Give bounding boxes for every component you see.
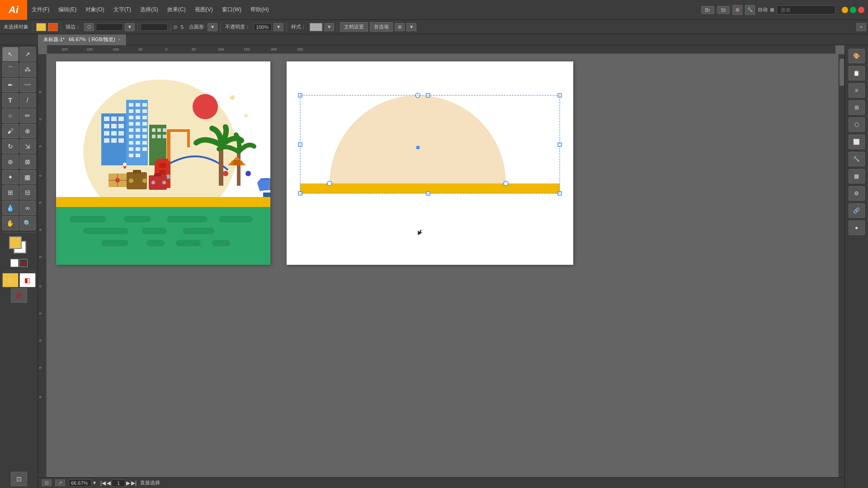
zoom-tool[interactable]: 🔍 xyxy=(19,216,36,230)
properties-panel-icon[interactable]: ⚙ xyxy=(849,186,865,201)
share-btn[interactable]: ↗ xyxy=(55,479,65,486)
scale-tool[interactable]: ⇲ xyxy=(19,139,36,154)
doc-setup-button[interactable]: 文档设置 xyxy=(340,22,368,32)
gradient-btn[interactable]: ◧ xyxy=(19,273,36,287)
menu-select[interactable]: 选择(S) xyxy=(136,0,163,20)
column-graph-tool[interactable]: ▦ xyxy=(19,170,36,184)
brush-tool[interactable]: 🖌 xyxy=(2,124,19,138)
shape-dropdown-icon[interactable]: ▼ xyxy=(208,23,217,31)
artboard-tool[interactable]: ⊞ xyxy=(2,185,19,200)
next-last-btn[interactable]: ▶| xyxy=(131,480,137,486)
selection-tool[interactable]: ↖ xyxy=(2,47,19,61)
vertical-scrollbar[interactable] xyxy=(838,54,844,482)
pencil-tool[interactable]: ✏ xyxy=(19,108,36,123)
artboards-container xyxy=(47,54,838,482)
blend-tool[interactable]: ∞ xyxy=(19,201,36,215)
menu-view[interactable]: 视图(V) xyxy=(190,0,217,20)
free-transform-tool[interactable]: ⊠ xyxy=(19,155,36,169)
warp-tool[interactable]: ⊛ xyxy=(2,155,19,169)
pen-tool[interactable]: ✒ xyxy=(2,78,19,92)
align-panel-icon[interactable]: ≡ xyxy=(849,83,865,98)
ellipse-tool[interactable]: ○ xyxy=(2,108,19,123)
color-fill-btn[interactable]: □ xyxy=(2,273,19,287)
menu-effect[interactable]: 效果(C) xyxy=(163,0,190,20)
page-number-input[interactable] xyxy=(112,479,125,487)
direct-selection-tool[interactable]: ↗ xyxy=(19,47,36,61)
stroke-weight-icon[interactable]: ⬡ xyxy=(84,23,94,31)
links-panel-icon[interactable]: 🔗 xyxy=(849,203,865,218)
maximize-button[interactable] xyxy=(850,7,856,13)
zoom-input[interactable] xyxy=(69,479,91,487)
blob-brush-tool[interactable]: ⊕ xyxy=(19,124,36,138)
pathfinder-panel-icon[interactable]: ⬡ xyxy=(849,117,865,132)
panel-collapse-icon[interactable]: » xyxy=(856,23,866,31)
toolbar-sep6 xyxy=(286,22,287,32)
minimize-button[interactable] xyxy=(842,7,848,13)
none-btn[interactable]: ⊘ xyxy=(11,288,27,303)
curvature-tool[interactable]: 〰 xyxy=(19,78,36,92)
color-panel-icon[interactable]: 🎨 xyxy=(849,49,865,63)
stroke-dropdown-icon[interactable]: ▼ xyxy=(125,23,135,31)
stroke-color-swatch[interactable] xyxy=(48,23,58,31)
swap-colors-icon[interactable]: ⇄ xyxy=(19,259,28,267)
page-navigation: |◀ ◀ ▶ ▶| xyxy=(100,479,137,487)
prev-btn[interactable]: ◀ xyxy=(107,480,111,486)
appearance-panel-icon[interactable]: ⬜ xyxy=(849,135,865,149)
opacity-input[interactable] xyxy=(254,23,272,31)
rotate-tool[interactable]: ↻ xyxy=(2,139,19,154)
stroke-value-input[interactable] xyxy=(141,23,168,31)
type-tool[interactable]: T xyxy=(2,93,19,108)
fill-color-big[interactable] xyxy=(9,236,22,249)
slice-tool[interactable]: ⊟ xyxy=(19,185,36,200)
fill-color-swatch[interactable] xyxy=(36,23,46,31)
cc-libraries-icon[interactable]: ● xyxy=(849,221,865,235)
bridge-button[interactable]: Br xyxy=(701,6,714,14)
style-dropdown-icon[interactable]: ▼ xyxy=(324,23,334,31)
prefs-icon[interactable]: ▼ xyxy=(406,23,416,31)
toolbar-sep2 xyxy=(61,22,61,32)
hand-tool[interactable]: ✋ xyxy=(2,216,19,230)
symbol-sprayer-tool[interactable]: ✦ xyxy=(2,170,19,184)
arrange-dropdown-icon[interactable] xyxy=(770,8,774,12)
artboard-panel-icon[interactable]: 📋 xyxy=(849,66,865,80)
point-indicator xyxy=(174,25,177,29)
status-icon-btn[interactable]: ⊡ xyxy=(42,479,52,486)
color-area: ⇄ xyxy=(1,235,37,269)
menu-file[interactable]: 文件(F) xyxy=(27,0,54,20)
document-tab[interactable]: 未标题-1* 66.67% ( RGB/预览) × xyxy=(38,34,127,45)
close-button[interactable] xyxy=(858,7,864,13)
opacity-dropdown-icon[interactable]: ▼ xyxy=(274,23,283,31)
magic-wand-tool[interactable]: ⁂ xyxy=(19,62,36,77)
zoom-dropdown-icon[interactable]: ▼ xyxy=(92,480,97,485)
menu-window[interactable]: 窗口(W) xyxy=(217,0,246,20)
layers-panel-icon[interactable]: ▦ xyxy=(849,169,865,183)
svg-text:-200: -200 xyxy=(61,47,68,52)
stroke-input[interactable] xyxy=(96,23,123,31)
menu-text[interactable]: 文字(T) xyxy=(109,0,136,20)
prefs-button[interactable]: 首选项 xyxy=(370,22,393,32)
artboard-switch-btn[interactable]: ⊡ xyxy=(11,472,27,486)
tools-icon[interactable]: 🔧 xyxy=(745,5,755,15)
stock-button[interactable]: St xyxy=(717,6,730,14)
canvas-area: -200 -150 -100 -50 0 50 100 150 200 250 … xyxy=(38,45,844,488)
reset-colors-icon[interactable] xyxy=(10,259,19,267)
prev-first-btn[interactable]: |◀ xyxy=(100,480,106,486)
search-input[interactable] xyxy=(777,5,835,14)
svg-rect-33 xyxy=(104,124,109,128)
line-tool[interactable]: / xyxy=(19,93,36,108)
app-logo-text: Ai xyxy=(9,4,19,16)
eyedropper-tool[interactable]: 💧 xyxy=(2,201,19,215)
menu-object[interactable]: 对象(O) xyxy=(81,0,108,20)
style-swatch[interactable] xyxy=(310,23,322,31)
transform-panel-icon[interactable]: ⊞ xyxy=(849,100,865,115)
svg-rect-70 xyxy=(152,128,156,132)
tab-close-icon[interactable]: × xyxy=(118,37,121,42)
workspace-icon[interactable]: ⊞ xyxy=(732,5,742,15)
arrange-icon[interactable]: ⊞ xyxy=(395,23,405,31)
next-btn[interactable]: ▶ xyxy=(126,480,130,486)
graphic-styles-icon[interactable]: 🔧 xyxy=(849,152,865,166)
menu-edit[interactable]: 编辑(E) xyxy=(54,0,81,20)
menu-help[interactable]: 帮助(H) xyxy=(246,0,274,20)
vertical-scroll-thumb[interactable] xyxy=(840,59,844,86)
lasso-tool[interactable]: ⌒ xyxy=(2,62,19,77)
